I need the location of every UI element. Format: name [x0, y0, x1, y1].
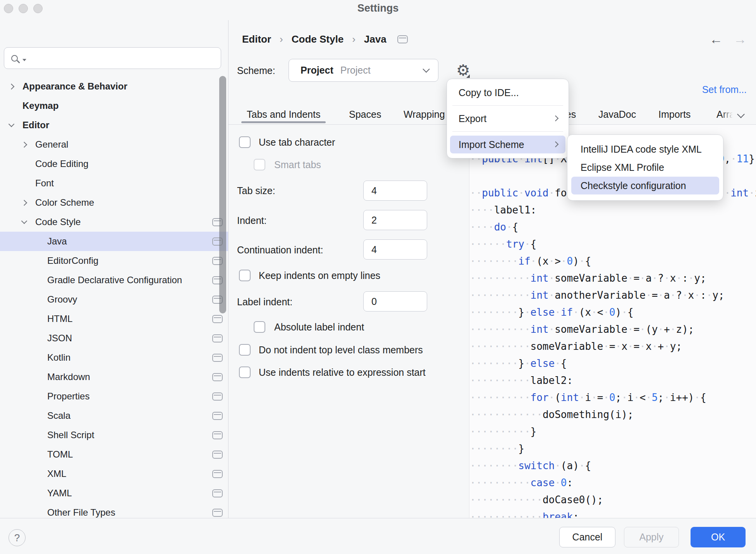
ok-button[interactable]: OK [691, 527, 746, 547]
sidebar-item-markdown[interactable]: Markdown [0, 367, 228, 387]
screen-indicator-icon [212, 315, 223, 323]
chevron-down-icon[interactable] [21, 218, 27, 224]
sidebar-item-other-file-types[interactable]: Other File Types [0, 503, 228, 518]
breadcrumb-editor[interactable]: Editor [242, 33, 271, 45]
sidebar-item-label: HTML [47, 313, 72, 324]
no-indent-top-level-checkbox[interactable] [239, 344, 251, 356]
sidebar-item-gradle-declarative-configuration[interactable]: Gradle Declarative Configuration [0, 270, 228, 290]
menu-item-export[interactable]: Export [450, 110, 565, 127]
search-options-caret-icon [22, 59, 26, 61]
screen-indicator-icon [212, 354, 223, 362]
search-icon [11, 55, 18, 62]
breadcrumb-java[interactable]: Java [364, 33, 387, 45]
back-button[interactable]: ← [710, 32, 723, 47]
sidebar-item-label: EditorConfig [47, 255, 98, 266]
sidebar-item-editorconfig[interactable]: EditorConfig [0, 251, 228, 270]
help-button[interactable]: ? [9, 529, 26, 546]
screen-indicator-icon [212, 334, 223, 342]
label-indent-label: Label indent: [237, 296, 292, 308]
sidebar-item-scala[interactable]: Scala [0, 406, 228, 425]
sidebar-item-label: Shell Script [47, 430, 94, 440]
screen-indicator-icon [212, 392, 223, 401]
use-tab-character-checkbox[interactable] [239, 136, 251, 148]
continuation-indent-label: Continuation indent: [237, 244, 323, 256]
code-line: ········} [470, 440, 756, 457]
sidebar-item-json[interactable]: JSON [0, 329, 228, 348]
keep-indents-checkbox[interactable] [239, 270, 251, 281]
sidebar-item-kotlin[interactable]: Kotlin [0, 348, 228, 367]
search-box[interactable] [4, 47, 221, 69]
sidebar-item-label: Code Editing [35, 158, 88, 169]
menu-item-intellij-idea-code-style-xml[interactable]: IntelliJ IDEA code style XML [571, 140, 719, 158]
chevron-right-icon[interactable] [9, 84, 15, 90]
tab-size-input[interactable] [363, 181, 427, 201]
code-line: ········}·else·if·(x·<·0)·{ [470, 304, 756, 321]
screen-indicator-icon [212, 489, 223, 497]
indent-input[interactable] [363, 210, 427, 230]
menu-item-import-scheme[interactable]: Import Scheme [450, 136, 565, 153]
sidebar-item-groovy[interactable]: Groovy [0, 290, 228, 309]
code-line: ····label1: [470, 201, 756, 219]
label-indent-input[interactable] [363, 291, 427, 311]
sidebar-item-label: TOML [47, 449, 73, 460]
settings-sidebar: Appearance & BehaviorKeymapEditorGeneral… [0, 20, 228, 518]
code-line: ········switch·(a)·{ [470, 457, 756, 474]
scheme-select[interactable]: Project Project [289, 59, 438, 82]
indents-relative-checkbox[interactable] [239, 366, 251, 378]
sidebar-item-label: Groovy [47, 294, 77, 305]
sidebar-item-yaml[interactable]: YAML [0, 483, 228, 503]
submenu-arrow-icon [553, 141, 559, 148]
smart-tabs-label: Smart tabs [274, 159, 321, 170]
absolute-label-indent-label: Absolute label indent [274, 322, 364, 333]
menu-item-copy-to-ide[interactable]: Copy to IDE... [450, 84, 565, 102]
chevron-down-icon [423, 65, 430, 72]
sidebar-item-code-editing[interactable]: Code Editing [0, 154, 228, 174]
sidebar-item-toml[interactable]: TOML [0, 445, 228, 464]
sidebar-item-java[interactable]: Java [0, 232, 228, 251]
code-line: ········if·(x·>·0)·{ [470, 253, 756, 270]
sidebar-item-properties[interactable]: Properties [0, 387, 228, 406]
indent-label: Indent: [237, 215, 266, 226]
breadcrumb: Editor › Code Style › Java [242, 33, 408, 46]
set-from-link[interactable]: Set from... [702, 84, 747, 95]
tab-tabs-and-indents[interactable]: Tabs and Indents [241, 107, 326, 122]
scheme-label: Scheme: [237, 65, 275, 76]
sidebar-item-xml[interactable]: XML [0, 464, 228, 483]
sidebar-item-code-style[interactable]: Code Style [0, 212, 228, 232]
settings-dialog: Settings Appearance & BehaviorKeymapEdit… [0, 0, 756, 554]
tab-spaces[interactable]: Spaces [344, 107, 387, 122]
smart-tabs-checkbox [254, 159, 265, 170]
sidebar-item-color-scheme[interactable]: Color Scheme [0, 193, 228, 212]
code-line: ··········int·someVariable·=·a·?·x·:·y; [470, 270, 756, 287]
absolute-label-indent-checkbox[interactable] [254, 321, 265, 333]
code-line: ······try·{ [470, 236, 756, 253]
breadcrumb-separator: › [352, 33, 356, 45]
continuation-indent-input[interactable] [363, 239, 427, 260]
sidebar-item-font[interactable]: Font [0, 174, 228, 193]
code-line: ··········int·someVariable·=·(y·+·z); [470, 321, 756, 338]
tab-imports[interactable]: Imports [653, 107, 696, 122]
code-line: ········}·else·{ [470, 355, 756, 372]
breadcrumb-separator: › [280, 33, 283, 45]
chevron-right-icon[interactable] [21, 142, 27, 148]
sidebar-item-label: Font [35, 178, 54, 189]
tab-size-label: Tab size: [237, 185, 275, 196]
search-input[interactable] [32, 53, 221, 64]
menu-item-eclipse-xml-profile[interactable]: Eclipse XML Profile [571, 158, 719, 176]
code-line: ············break; [470, 508, 756, 518]
chevron-right-icon[interactable] [21, 200, 27, 206]
code-line: ··········label2: [470, 372, 756, 389]
screen-indicator-icon [212, 373, 223, 381]
keep-indents-label: Keep indents on empty lines [259, 270, 380, 281]
sidebar-item-general[interactable]: General [0, 135, 228, 154]
sidebar-item-shell-script[interactable]: Shell Script [0, 425, 228, 445]
cancel-button[interactable]: Cancel [559, 527, 615, 547]
sidebar-item-label: General [35, 139, 68, 150]
menu-item-checkstyle-configuration[interactable]: Checkstyle configuration [571, 177, 719, 194]
sidebar-item-html[interactable]: HTML [0, 309, 228, 329]
sidebar-item-appearance-behavior[interactable]: Appearance & Behavior [0, 77, 228, 96]
screen-indicator-icon [212, 509, 223, 517]
breadcrumb-code-style[interactable]: Code Style [292, 33, 344, 45]
tab-javadoc[interactable]: JavaDoc [593, 107, 641, 122]
menu-separator [452, 131, 563, 132]
